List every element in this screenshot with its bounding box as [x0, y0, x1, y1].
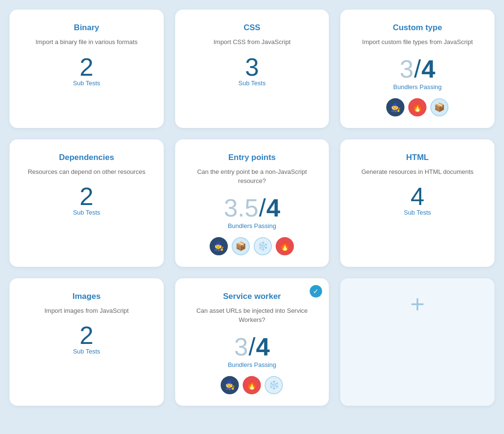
frac-slash: /	[248, 332, 255, 361]
bundler-icon-webpack: 🧙	[221, 376, 239, 394]
card-fraction: 3 / 4	[234, 332, 269, 361]
frac-numerator: 3	[400, 55, 414, 83]
bundler-icons: 🧙 🔥 ❄️	[221, 376, 283, 394]
card-desc: Resources can depend on other resources	[28, 167, 146, 177]
card-title: Images	[73, 292, 101, 301]
card-css: CSSImport CSS from JavaScript3Sub Tests	[175, 10, 329, 128]
card-images: ImagesImport images from JavaScript2Sub …	[10, 278, 164, 406]
bundler-icon-snowpack: ❄️	[265, 376, 283, 394]
card-desc: Can the entry point be a non-JavaScript …	[185, 167, 320, 186]
bundler-icon-rollup: 🔥	[276, 237, 294, 255]
card-label: Sub Tests	[73, 209, 100, 216]
card-desc: Import CSS from JavaScript	[213, 37, 291, 47]
card-number: 4	[411, 184, 425, 209]
card-title: Entry points	[228, 153, 276, 162]
card-service-worker: ✓Service workerCan asset URLs be injecte…	[175, 278, 329, 406]
card-title: Service worker	[223, 292, 281, 301]
card-label: Sub Tests	[238, 80, 266, 87]
card-title: CSS	[244, 23, 260, 33]
frac-denominator: 4	[266, 194, 280, 222]
check-badge: ✓	[310, 285, 322, 297]
frac-numerator: 3	[234, 332, 248, 361]
frac-numerator: 3.5	[224, 194, 258, 222]
card-dependencies: DependenciesResources can depend on othe…	[10, 139, 164, 267]
card-title: Binary	[74, 23, 99, 33]
card-html: HTMLGenerate resources in HTML documents…	[340, 139, 494, 267]
card-fraction: 3 / 4	[400, 55, 435, 83]
card-entry-points: Entry pointsCan the entry point be a non…	[175, 139, 329, 267]
frac-denominator: 4	[256, 332, 270, 361]
card-label: Sub Tests	[73, 348, 100, 355]
bundler-icon-snowpack: ❄️	[254, 237, 272, 255]
bundler-icon-webpack: 🧙	[210, 237, 228, 255]
card-number: 2	[79, 184, 93, 209]
card-title: HTML	[406, 153, 429, 162]
card-label: Sub Tests	[73, 80, 100, 87]
card-add-new[interactable]: +	[340, 278, 494, 406]
bundler-icon-rollup: 🔥	[408, 98, 426, 116]
bundler-icon-rollup: 🔥	[243, 376, 261, 394]
bundler-icon-webpack: 🧙	[386, 98, 404, 116]
bundler-icon-parcel: 📦	[430, 98, 448, 116]
bundlers-label: Bundlers Passing	[393, 83, 442, 91]
card-desc: Generate resources in HTML documents	[361, 167, 473, 177]
card-binary: BinaryImport a binary file in various fo…	[10, 10, 164, 128]
card-title: Dependencies	[59, 153, 114, 162]
bundler-icons: 🧙 📦 ❄️ 🔥	[210, 237, 294, 255]
card-number: 2	[79, 55, 93, 80]
bundler-icons: 🧙 🔥 📦	[386, 98, 448, 116]
card-number: 2	[79, 323, 93, 348]
card-number: 3	[245, 55, 259, 80]
frac-slash: /	[414, 55, 421, 83]
add-icon: +	[410, 292, 425, 317]
card-title: Custom type	[393, 23, 442, 33]
bundler-icon-parcel: 📦	[232, 237, 250, 255]
frac-denominator: 4	[421, 55, 435, 83]
card-desc: Import images from JavaScript	[45, 306, 129, 316]
card-desc: Import a binary file in various formats	[35, 37, 137, 47]
bundlers-label: Bundlers Passing	[228, 361, 276, 368]
bundlers-label: Bundlers Passing	[228, 222, 276, 229]
cards-grid: BinaryImport a binary file in various fo…	[10, 10, 494, 406]
card-label: Sub Tests	[404, 209, 431, 216]
card-desc: Can asset URLs be injected into Service …	[185, 306, 320, 325]
card-custom-type: Custom typeImport custom file types from…	[340, 10, 494, 128]
card-desc: Import custom file types from JavaScript	[362, 37, 473, 47]
frac-slash: /	[259, 194, 266, 222]
card-fraction: 3.5 / 4	[224, 194, 280, 222]
